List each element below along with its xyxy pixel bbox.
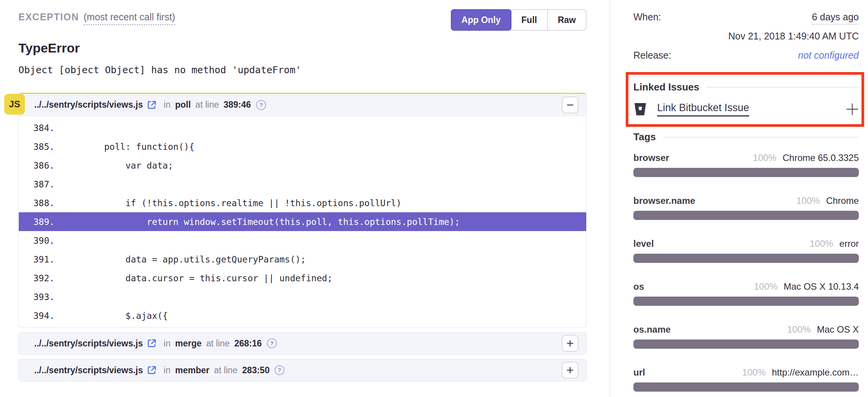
- code-line: 386. var data;: [19, 156, 586, 175]
- stack-frame-merge[interactable]: ../../sentry/scripts/views.js in merge a…: [18, 332, 587, 354]
- toggle-raw-button[interactable]: Raw: [547, 9, 587, 31]
- tag-distribution-bar[interactable]: [633, 211, 859, 220]
- tag-distribution-bar[interactable]: [633, 340, 859, 349]
- code-line: 394. $.ajax({: [19, 306, 586, 325]
- exception-type: TypeError: [18, 41, 80, 56]
- section-rule: [706, 87, 859, 88]
- frame-filename: ../../sentry/scripts/views.js: [34, 365, 143, 376]
- tag-name-link[interactable]: browser: [633, 153, 669, 163]
- tag-row: os 100% Mac OS X 10.13.4: [633, 281, 859, 293]
- tags-list: browser 100% Chrome 65.0.3325 browser.na…: [633, 153, 859, 397]
- code-line-text: poll: function(){: [62, 142, 194, 152]
- frame-function: poll: [175, 100, 191, 110]
- code-line-number: 392.: [19, 273, 62, 283]
- tag-value-group: 100% Chrome: [796, 195, 859, 206]
- release-value-link[interactable]: not configured: [798, 50, 859, 61]
- tag-name-link[interactable]: browser.name: [633, 195, 695, 206]
- expand-frame-button[interactable]: [562, 362, 579, 379]
- tag-row: url 100% http://example.com…: [633, 367, 859, 379]
- bitbucket-icon: [633, 102, 647, 116]
- code-line-number: 384.: [19, 123, 62, 133]
- expand-frame-button[interactable]: [562, 335, 579, 352]
- red-annotation-highlight: [626, 72, 864, 127]
- frame-in-label: in: [164, 338, 171, 349]
- code-line: 390.: [19, 231, 586, 250]
- code-line-number: 385.: [19, 142, 62, 152]
- open-file-external-icon[interactable]: [147, 100, 157, 110]
- code-line-number: 390.: [19, 236, 62, 246]
- code-line-number: 388.: [19, 198, 62, 208]
- when-relative-time[interactable]: 6 days ago: [812, 11, 859, 25]
- tag-value-link[interactable]: error: [839, 238, 859, 249]
- tag-distribution-bar[interactable]: [633, 382, 859, 392]
- exception-order-note[interactable]: (most recent call first): [84, 11, 175, 25]
- tag-item: os 100% Mac OS X 10.13.4: [633, 281, 859, 306]
- when-row: When: 6 days ago: [633, 11, 859, 25]
- frame-header-poll[interactable]: ../../sentry/scripts/views.js in poll at…: [19, 94, 586, 116]
- tag-percent: 100%: [753, 153, 776, 163]
- stack-frame-expanded: JS ../../sentry/scripts/views.js in poll…: [18, 93, 587, 328]
- code-line-text: if (!this.options.realtime || !this.opti…: [62, 198, 401, 208]
- frame-filename: ../../sentry/scripts/views.js: [34, 100, 143, 110]
- tag-percent: 100%: [787, 324, 810, 335]
- stacktrace: JS ../../sentry/scripts/views.js in poll…: [18, 93, 587, 381]
- tag-name-link[interactable]: level: [633, 238, 654, 249]
- code-line-number: 394.: [19, 311, 62, 321]
- open-file-external-icon[interactable]: [147, 365, 157, 375]
- source-code-context: 384. 385. poll: function(){ 386. var dat…: [19, 116, 586, 327]
- code-line-text: return window.setTimeout(this.poll, this…: [62, 217, 460, 227]
- collapse-frame-button[interactable]: [562, 97, 579, 113]
- release-label: Release:: [633, 50, 671, 61]
- frame-help-icon[interactable]: ?: [256, 100, 266, 110]
- open-file-external-icon[interactable]: [147, 338, 157, 348]
- tag-item: url 100% http://example.com…: [633, 367, 859, 392]
- code-line: 387.: [19, 175, 586, 194]
- tag-value-link[interactable]: Mac OS X: [817, 324, 859, 335]
- tag-name-link[interactable]: os: [633, 281, 644, 292]
- stack-frame-member[interactable]: ../../sentry/scripts/views.js in member …: [18, 359, 587, 381]
- linked-issues-section-header: Linked Issues: [633, 81, 859, 93]
- tag-value-link[interactable]: Chrome: [826, 195, 859, 206]
- tag-value-link[interactable]: Chrome 65.0.3325: [783, 153, 859, 163]
- tag-percent: 100%: [742, 367, 766, 378]
- tag-distribution-bar[interactable]: [633, 168, 859, 177]
- link-bitbucket-issue-link[interactable]: Link Bitbucket Issue: [657, 102, 749, 116]
- link-bitbucket-issue-row: Link Bitbucket Issue: [633, 102, 859, 116]
- linked-issues-title: Linked Issues: [633, 81, 699, 93]
- frame-help-icon[interactable]: ?: [274, 365, 285, 376]
- toggle-app-only-button[interactable]: App Only: [451, 9, 511, 31]
- code-line: 391. data = app.utils.getQueryParams();: [19, 250, 586, 269]
- tag-row: level 100% error: [633, 238, 859, 250]
- code-line-number: 393.: [19, 292, 62, 302]
- tag-item: level 100% error: [633, 238, 859, 263]
- frame-function: member: [175, 365, 209, 376]
- tag-name-link[interactable]: os.name: [633, 324, 671, 335]
- toggle-full-button[interactable]: Full: [511, 9, 548, 31]
- exception-detail-page: EXCEPTION (most recent call first) App O…: [0, 0, 868, 397]
- frame-location: 268:16: [234, 338, 262, 349]
- exception-section-header: EXCEPTION (most recent call first): [18, 11, 175, 25]
- code-line: 388. if (!this.options.realtime || !this…: [19, 194, 586, 212]
- tag-item: browser.name 100% Chrome: [633, 195, 859, 220]
- add-linked-issue-icon[interactable]: [846, 103, 859, 116]
- tag-value-group: 100% Mac OS X 10.13.4: [754, 281, 859, 292]
- tag-name-link[interactable]: url: [633, 367, 645, 378]
- frame-atline-label: at line: [214, 365, 237, 376]
- frame-location: 389:46: [224, 100, 251, 110]
- tag-value-link[interactable]: http://example.com…: [772, 367, 859, 378]
- frame-filename: ../../sentry/scripts/views.js: [34, 338, 143, 349]
- code-line-text: $.ajax({: [62, 311, 168, 321]
- exception-panel: EXCEPTION (most recent call first) App O…: [18, 0, 587, 397]
- tag-percent: 100%: [810, 238, 833, 249]
- when-absolute-time: Nov 21, 2018 1:49:40 AM UTC: [728, 31, 859, 42]
- code-line: 385. poll: function(){: [19, 137, 586, 156]
- tag-distribution-bar[interactable]: [633, 297, 859, 306]
- svg-text:?: ?: [270, 340, 273, 346]
- code-line: 392. data.cursor = this.cursor || undefi…: [19, 269, 586, 287]
- tag-distribution-bar[interactable]: [633, 254, 859, 263]
- section-rule: [663, 137, 859, 138]
- frame-help-icon[interactable]: ?: [266, 338, 277, 349]
- code-line: 393.: [19, 287, 586, 306]
- tag-value-link[interactable]: Mac OS X 10.13.4: [784, 281, 859, 292]
- frame-atline-label: at line: [196, 100, 219, 110]
